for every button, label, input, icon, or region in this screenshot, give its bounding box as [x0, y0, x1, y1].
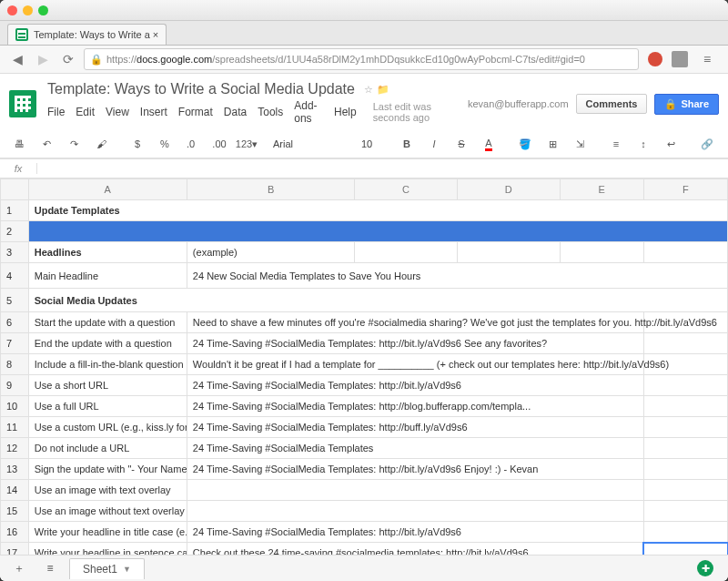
row-header[interactable]: 16: [1, 522, 29, 543]
menu-addons[interactable]: Add-ons: [294, 99, 323, 125]
row-header[interactable]: 4: [1, 263, 29, 289]
col-header[interactable]: F: [643, 179, 727, 200]
cell[interactable]: Need to shave a few minutes off you're #…: [187, 312, 643, 333]
format-currency-icon[interactable]: $: [126, 134, 149, 154]
browser-tab[interactable]: Template: Ways to Write a ×: [7, 24, 167, 45]
cell[interactable]: [643, 375, 727, 396]
cell[interactable]: Use a full URL: [28, 396, 187, 417]
print-icon[interactable]: 🖶: [7, 134, 31, 154]
fill-color-icon[interactable]: 🪣: [513, 134, 537, 154]
minimize-window-icon[interactable]: [23, 5, 33, 15]
cell[interactable]: Do not include a URL: [28, 438, 187, 459]
cell[interactable]: Include a fill-in-the-blank question: [28, 354, 187, 375]
increase-decimal-icon[interactable]: .00: [207, 134, 231, 154]
row-header[interactable]: 1: [1, 200, 29, 221]
sheet-tab[interactable]: Sheet1 ▼: [69, 558, 145, 579]
document-title[interactable]: Template: Ways to Write a Social Media U…: [44, 79, 359, 99]
star-icon[interactable]: ☆: [364, 84, 373, 96]
cell[interactable]: 24 Time-Saving #SocialMedia Templates: h…: [187, 333, 643, 354]
close-window-icon[interactable]: [7, 5, 17, 15]
italic-icon[interactable]: I: [422, 134, 446, 154]
menu-data[interactable]: Data: [224, 106, 247, 118]
bold-icon[interactable]: B: [395, 134, 419, 154]
insert-link-icon[interactable]: 🔗: [695, 134, 719, 154]
spreadsheet-grid[interactable]: A B C D E F 1Update Templates 2 3Headlin…: [0, 178, 728, 555]
menu-file[interactable]: File: [47, 106, 65, 118]
merge-cells-icon[interactable]: ⇲: [568, 134, 592, 154]
share-button[interactable]: 🔒 Share: [654, 94, 719, 115]
cell[interactable]: 24 Time-Saving #SocialMedia Templates: h…: [187, 417, 643, 438]
select-all-corner[interactable]: [1, 179, 29, 200]
redo-icon[interactable]: ↷: [62, 134, 86, 154]
chevron-down-icon[interactable]: ▼: [123, 565, 131, 574]
row-header[interactable]: 14: [1, 480, 29, 501]
user-avatar-icon[interactable]: [672, 51, 688, 67]
cell[interactable]: End the update with a question: [28, 333, 187, 354]
font-size-select[interactable]: [351, 138, 382, 150]
cell[interactable]: Use a short URL: [28, 375, 187, 396]
menu-help[interactable]: Help: [334, 106, 357, 118]
font-family-select[interactable]: [271, 138, 339, 150]
cell[interactable]: [643, 459, 727, 480]
menu-tools[interactable]: Tools: [258, 106, 283, 118]
cell[interactable]: Wouldn't it be great if I had a template…: [187, 354, 643, 375]
cell[interactable]: [355, 242, 458, 263]
row-header[interactable]: 2: [1, 221, 29, 242]
col-header[interactable]: D: [457, 179, 560, 200]
cell[interactable]: [643, 396, 727, 417]
decrease-decimal-icon[interactable]: .0: [180, 134, 204, 154]
text-color-icon[interactable]: A: [477, 134, 500, 154]
vertical-align-icon[interactable]: ↕: [632, 134, 655, 154]
cell[interactable]: [643, 242, 727, 263]
cell[interactable]: [643, 543, 727, 556]
row-header[interactable]: 12: [1, 438, 29, 459]
cell[interactable]: 24 Time-Saving #SocialMedia Templates: h…: [187, 396, 643, 417]
cell[interactable]: [187, 501, 643, 522]
cell[interactable]: Write your headline in title case (e.g.,…: [28, 522, 187, 543]
col-header[interactable]: C: [355, 179, 458, 200]
all-sheets-button[interactable]: ≡: [38, 558, 62, 578]
cell[interactable]: 24 Time-Saving #SocialMedia Templates: h…: [187, 459, 643, 480]
cell[interactable]: Update Templates: [28, 200, 727, 221]
address-bar[interactable]: 🔒 https:// docs.google.com /spreadsheets…: [84, 48, 639, 70]
row-header[interactable]: 13: [1, 459, 29, 480]
more-formats-icon[interactable]: 123▾: [235, 134, 258, 154]
row-header[interactable]: 15: [1, 501, 29, 522]
cell[interactable]: Use an image with text overlay: [28, 480, 187, 501]
sheets-logo-icon[interactable]: [9, 90, 36, 117]
cell[interactable]: Write your headline in sentence case (e.: [28, 543, 187, 556]
row-header[interactable]: 9: [1, 375, 29, 396]
insert-comment-icon[interactable]: 💬: [723, 134, 728, 154]
cell[interactable]: [457, 242, 560, 263]
borders-icon[interactable]: ⊞: [541, 134, 564, 154]
cell[interactable]: 24 New Social Media Templates to Save Yo…: [187, 263, 727, 289]
cell[interactable]: 24 Time-Saving #SocialMedia Templates: [187, 438, 643, 459]
forward-button[interactable]: ▶: [33, 49, 53, 69]
extension-icon[interactable]: [648, 52, 662, 66]
add-sheet-button[interactable]: ＋: [7, 558, 31, 578]
reload-button[interactable]: ⟳: [58, 49, 78, 69]
cell[interactable]: Headlines: [28, 242, 187, 263]
zoom-window-icon[interactable]: [38, 5, 48, 15]
user-email[interactable]: kevan@bufferapp.com: [468, 98, 569, 109]
row-header[interactable]: 7: [1, 333, 29, 354]
cell[interactable]: [28, 221, 727, 242]
cell[interactable]: Main Headline: [28, 263, 187, 289]
undo-icon[interactable]: ↶: [35, 134, 58, 154]
row-header[interactable]: 8: [1, 354, 29, 375]
folder-icon[interactable]: 📁: [377, 84, 389, 96]
cell[interactable]: Use an image without text overlay: [28, 501, 187, 522]
cell[interactable]: Start the update with a question: [28, 312, 187, 333]
row-header[interactable]: 5: [1, 289, 29, 312]
explore-button[interactable]: ✚: [697, 560, 713, 576]
text-wrap-icon[interactable]: ↩: [659, 134, 682, 154]
cell[interactable]: [643, 438, 727, 459]
cell[interactable]: [643, 501, 727, 522]
cell[interactable]: 24 Time-Saving #SocialMedia Templates: h…: [187, 375, 643, 396]
comments-button[interactable]: Comments: [576, 94, 648, 114]
cell[interactable]: [643, 417, 727, 438]
strikethrough-icon[interactable]: S: [450, 134, 473, 154]
row-header[interactable]: 11: [1, 417, 29, 438]
horizontal-align-icon[interactable]: ≡: [604, 134, 628, 154]
paint-format-icon[interactable]: 🖌: [89, 134, 113, 154]
